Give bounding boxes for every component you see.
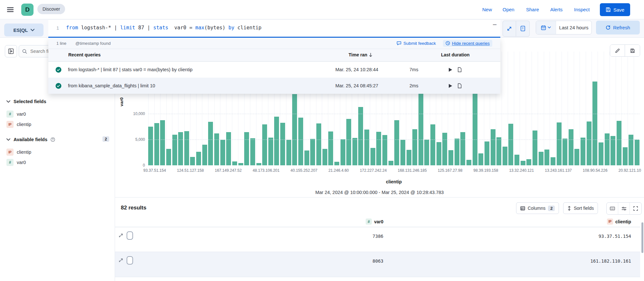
histogram-bar[interactable] [208,122,213,165]
histogram-bar[interactable] [370,148,375,165]
collapse-sidebar-button[interactable] [5,45,17,57]
histogram-bar[interactable] [394,120,399,165]
copy-query-icon[interactable] [457,67,462,73]
hide-recent-queries-link[interactable]: Hide recent queries [443,40,492,47]
sort-fields-button[interactable]: Sort fields [563,202,598,214]
histogram-bar[interactable] [562,139,567,165]
histogram-bar[interactable] [268,138,273,165]
histogram-bar[interactable] [610,136,615,165]
columns-button[interactable]: Columns 2 [516,202,559,214]
histogram-bar[interactable] [478,153,483,165]
histogram-bar[interactable] [178,132,183,165]
recent-query-row[interactable]: from kibana_sample_data_flights | limit … [48,78,500,94]
row-checkbox[interactable] [127,256,133,265]
histogram-bar[interactable] [460,132,465,165]
keyboard-shortcuts-button[interactable] [607,203,618,214]
recent-query-row[interactable]: from logstash-* | limit 87 | stats var0 … [48,62,500,78]
breadcrumb-discover-button[interactable]: Discover [37,4,65,14]
histogram-bar[interactable] [574,149,579,165]
histogram-bar[interactable] [407,150,411,165]
histogram-bar[interactable] [491,129,495,165]
histogram-bar[interactable] [508,124,513,165]
histogram-bar[interactable] [623,147,628,165]
histogram-bar[interactable] [496,137,501,165]
histogram-bar[interactable] [485,141,489,165]
query-text[interactable]: from logstash-* | limit 87 | stats var0 … [66,25,262,31]
histogram-bar[interactable] [533,131,537,165]
col-time-ran[interactable]: Time ran [349,52,372,57]
histogram-bar[interactable] [304,150,309,165]
histogram-bar[interactable] [389,161,393,165]
histogram-bar[interactable] [286,140,291,165]
column-header-clientip[interactable]: IP clientip [607,218,631,225]
histogram-bar[interactable] [358,107,363,165]
nav-new[interactable]: New [482,7,492,12]
histogram-bar[interactable] [292,94,297,165]
histogram-bar[interactable] [376,132,381,165]
histogram-bar[interactable] [592,82,597,165]
histogram-bar[interactable] [599,142,603,165]
nav-share[interactable]: Share [526,7,539,12]
histogram-bar[interactable] [539,152,543,165]
save-button[interactable]: Save [600,3,630,16]
histogram-bar[interactable] [551,157,555,165]
histogram-bar[interactable] [190,157,195,165]
row-checkbox[interactable] [127,231,133,240]
histogram-bar[interactable] [322,149,327,165]
display-options-button[interactable] [618,203,630,214]
histogram-bar[interactable] [424,140,429,165]
histogram-bar[interactable] [262,124,267,165]
histogram-bar[interactable] [202,145,207,165]
submit-feedback-link[interactable]: Submit feedback [397,41,436,46]
time-range-label[interactable]: Last 24 hours [556,21,591,34]
date-picker-menu-button[interactable] [536,21,556,34]
histogram-bar[interactable] [310,139,315,165]
histogram-bar[interactable] [466,160,471,165]
histogram-bar[interactable] [455,139,459,165]
histogram-bar[interactable] [587,121,591,165]
nav-open[interactable]: Open [503,7,514,12]
histogram-bar[interactable] [514,155,519,165]
histogram-bar[interactable] [250,138,255,165]
nav-alerts[interactable]: Alerts [550,7,562,12]
nav-inspect[interactable]: Inspect [574,7,590,12]
histogram-bar[interactable] [232,161,237,165]
histogram-bar[interactable] [214,133,219,165]
histogram-bar[interactable] [352,138,357,165]
histogram-bar[interactable] [280,123,285,165]
field-item-var0-available[interactable]: # var0 [6,159,26,166]
editor-minimize-icon[interactable]: – [493,21,496,28]
run-query-icon[interactable] [448,83,453,88]
histogram-bar[interactable] [334,162,339,165]
vertical-scrollbar[interactable] [641,222,643,253]
histogram-bar[interactable] [557,122,562,165]
histogram-bar[interactable] [160,120,165,165]
histogram-bar[interactable] [184,131,189,165]
histogram-bar[interactable] [569,129,573,165]
histogram-bar[interactable] [244,132,249,165]
documentation-button[interactable] [516,21,530,37]
histogram-bar[interactable] [346,119,351,165]
histogram-bar[interactable] [364,130,369,165]
histogram-bar[interactable] [418,93,423,165]
histogram-bar[interactable] [148,127,153,165]
esql-mode-button[interactable]: ES|QL [4,24,43,36]
histogram-bar[interactable] [154,123,159,165]
histogram-bar[interactable] [442,133,447,165]
fullscreen-button[interactable] [630,203,641,214]
run-query-icon[interactable] [448,67,453,72]
histogram-bar[interactable] [400,140,405,165]
histogram-bar[interactable] [196,152,201,165]
field-item-clientip[interactable]: IP clientip [6,121,31,128]
histogram-bar[interactable] [166,149,171,165]
histogram-bar[interactable] [341,139,345,165]
histogram-bar[interactable] [473,92,477,165]
column-header-var0[interactable]: # var0 [366,218,383,225]
expand-editor-button[interactable] [503,21,516,37]
histogram-bar[interactable] [220,140,225,165]
histogram-bar[interactable] [238,163,243,165]
field-item-clientip-available[interactable]: IP clientip [6,149,31,156]
histogram-bar[interactable] [226,132,231,165]
histogram-bar[interactable] [412,129,417,165]
hamburger-menu-icon[interactable] [6,6,14,14]
